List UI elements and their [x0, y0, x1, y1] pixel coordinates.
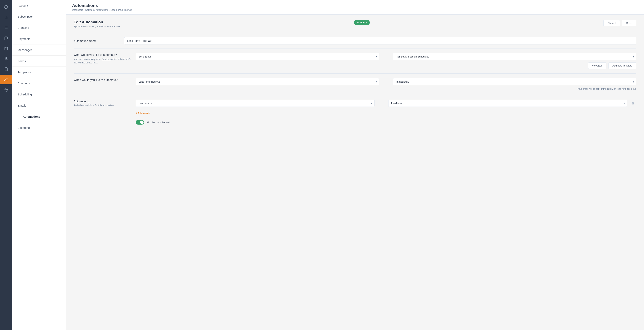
sidebar-item-templates[interactable]: Templates: [12, 67, 66, 78]
edit-header-right: Cancel Save: [603, 20, 636, 26]
template-btn-row: View/Edit Add new template: [136, 62, 636, 69]
condition-2-dropdown[interactable]: Lead form Contact form Inquiry form: [388, 100, 627, 107]
what-description: More actions coming soon. Email us which…: [74, 58, 131, 64]
cancel-button[interactable]: Cancel: [603, 20, 620, 26]
email-us-link[interactable]: Email us: [102, 58, 110, 60]
automate-if-layout: Automate if... Add rules/conditions for …: [74, 100, 636, 124]
svg-point-13: [6, 58, 7, 59]
automate-if-section: Automate if... Add rules/conditions for …: [74, 95, 636, 129]
automate-if-subtext: Add rules/conditions for this automation…: [74, 104, 131, 107]
active-status-badge[interactable]: Active ▾: [354, 20, 370, 25]
what-heading: What would you like to automate?: [74, 53, 131, 56]
timing-select-wrapper: Immediately 1 hour after 1 day after 1 w…: [393, 78, 636, 85]
edit-header-left: Edit Automation Specify what, when, and …: [74, 20, 120, 28]
message-icon-item[interactable]: [0, 33, 12, 43]
add-template-button[interactable]: Add new template: [608, 62, 636, 69]
add-rule-button[interactable]: + Add a rule: [136, 112, 150, 114]
sidebar-item-forms[interactable]: Forms: [12, 56, 66, 67]
view-edit-button[interactable]: View/Edit: [588, 62, 606, 69]
info-icon-item[interactable]: [0, 2, 12, 12]
sidebar-item-payments[interactable]: Payments: [12, 33, 66, 44]
sidebar: Account Subscription Branding Payments M…: [12, 0, 66, 330]
page-title: Automations: [72, 3, 638, 8]
edit-automation-header: Edit Automation Specify what, when, and …: [74, 20, 636, 28]
svg-point-15: [5, 78, 6, 80]
clipboard-icon-item[interactable]: [0, 64, 12, 74]
person-icon-item[interactable]: [0, 54, 12, 64]
add-rule-area: + Add a rule: [136, 112, 636, 114]
automate-if-content: Lead source Lead form Lead status Lead t…: [136, 100, 636, 124]
action-dropdown[interactable]: Send Email Send SMS Send Notification: [136, 53, 379, 60]
team-icon-item[interactable]: [0, 75, 12, 84]
sidebar-item-contracts[interactable]: Contracts: [12, 78, 66, 89]
timing-dropdown[interactable]: Immediately 1 hour after 1 day after 1 w…: [393, 78, 636, 85]
location-icon-item[interactable]: [0, 85, 12, 95]
svg-rect-14: [6, 68, 7, 68]
timing-info-text: Your email will be sent immediately on l…: [136, 88, 636, 90]
what-content: Send Email Send SMS Send Notification Pi…: [136, 53, 636, 69]
calendar-icon-item[interactable]: [0, 44, 12, 53]
save-button[interactable]: Save: [622, 20, 636, 26]
when-section: When would you like to automate? Lead fo…: [74, 74, 636, 95]
trigger-select-wrapper: Lead form filled out Lead created Bookin…: [136, 78, 379, 85]
list-icon-item[interactable]: [0, 23, 12, 32]
toggle-slider: [136, 120, 144, 124]
chevron-down-icon: ▾: [366, 22, 367, 24]
edit-header-middle: Active ▾: [354, 20, 370, 25]
condition-2-select-wrapper: Lead form Contact form Inquiry form: [388, 100, 627, 107]
breadcrumb: Dashboard › Settings › Automations › Lea…: [72, 8, 638, 11]
chart-icon-item[interactable]: [0, 13, 12, 22]
rule-row-1: Lead source Lead form Lead status Lead t…: [136, 100, 636, 107]
toggle-label: All rules must be met: [146, 121, 170, 124]
sidebar-item-subscription[interactable]: Subscription: [12, 11, 66, 22]
automate-if-label-area: Automate if... Add rules/conditions for …: [74, 100, 131, 110]
content-area: Edit Automation Specify what, when, and …: [66, 14, 644, 330]
toggle-row: All rules must be met: [136, 120, 636, 124]
when-content: Lead form filled out Lead created Bookin…: [136, 78, 636, 90]
action-select-wrapper: Send Email Send SMS Send Notification: [136, 53, 379, 60]
template-dropdown[interactable]: Picr Setup Session Scheduled Welcome Ema…: [393, 53, 636, 60]
condition-1-dropdown[interactable]: Lead source Lead form Lead status Lead t…: [136, 100, 374, 107]
delete-rule-button[interactable]: 🗑: [630, 101, 636, 106]
icon-bar: [0, 0, 12, 330]
what-section: What would you like to automate? More ac…: [74, 48, 636, 74]
sidebar-item-branding[interactable]: Branding: [12, 22, 66, 33]
sidebar-item-messenger[interactable]: Messenger: [12, 44, 66, 56]
sidebar-item-automations[interactable]: Automations: [12, 111, 66, 122]
all-rules-toggle[interactable]: [136, 120, 144, 124]
automate-if-heading: Automate if...: [74, 100, 131, 103]
condition-1-select-wrapper: Lead source Lead form Lead status Lead t…: [136, 100, 374, 107]
what-label-area: What would you like to automate? More ac…: [74, 53, 131, 64]
sidebar-item-account[interactable]: Account: [12, 0, 66, 11]
when-heading: When would you like to automate?: [74, 78, 131, 82]
when-select-row: Lead form filled out Lead created Bookin…: [136, 78, 636, 85]
edit-automation-subtitle: Specify what, when, and how to automate.: [74, 25, 120, 28]
trigger-dropdown[interactable]: Lead form filled out Lead created Bookin…: [136, 78, 379, 85]
sidebar-item-exporting[interactable]: Exporting: [12, 122, 66, 134]
what-select-row: Send Email Send SMS Send Notification Pi…: [136, 53, 636, 60]
automation-name-label: Automation Name:: [74, 39, 120, 42]
sidebar-item-scheduling[interactable]: Scheduling: [12, 89, 66, 100]
automation-name-row: Automation Name:: [74, 33, 636, 48]
sidebar-item-emails[interactable]: Emails: [12, 100, 66, 111]
automation-name-input[interactable]: [124, 37, 636, 44]
edit-automation-title: Edit Automation: [74, 20, 120, 24]
main-area: Automations Dashboard › Settings › Autom…: [66, 0, 644, 330]
template-select-wrapper: Picr Setup Session Scheduled Welcome Ema…: [393, 53, 636, 60]
when-label-area: When would you like to automate?: [74, 78, 131, 82]
svg-point-16: [6, 89, 7, 90]
svg-rect-9: [5, 47, 8, 50]
page-header: Automations Dashboard › Settings › Autom…: [66, 0, 644, 14]
